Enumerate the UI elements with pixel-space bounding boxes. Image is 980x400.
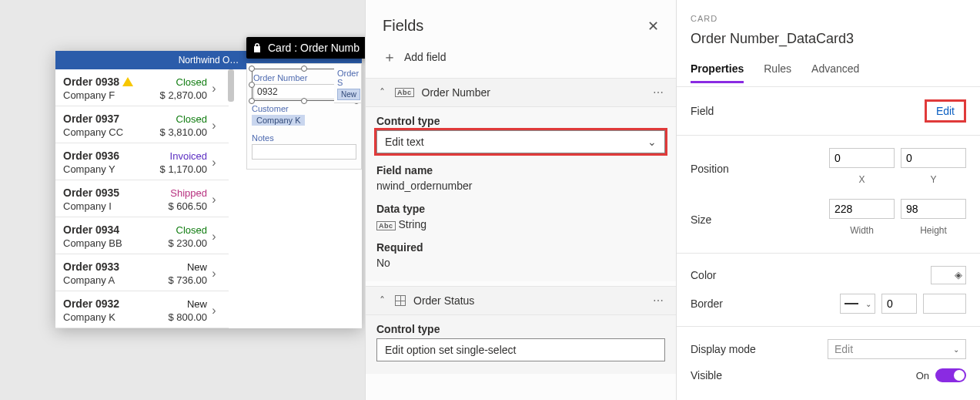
form-label-order-status: Order S [337, 69, 358, 87]
add-field-button[interactable]: ＋ Add field [366, 42, 676, 78]
visible-value: On [916, 370, 929, 382]
order-list: Order 0938Company FClosed$ 2,870.00›Orde… [55, 69, 229, 328]
control-type-select[interactable]: Edit text ⌄ [376, 130, 665, 153]
text-type-icon: Abc [395, 88, 414, 97]
breadcrumb: CARD [691, 14, 966, 23]
status-badge-new: New [337, 89, 360, 100]
chevron-right-icon: › [207, 193, 221, 207]
order-price: $ 230.00 [145, 237, 207, 249]
tab-rules[interactable]: Rules [764, 62, 791, 83]
order-price: $ 800.00 [145, 311, 207, 323]
chevron-right-icon: › [207, 304, 221, 318]
order-company: Company I [63, 200, 145, 212]
order-price: $ 736.00 [145, 274, 207, 286]
lock-icon [253, 42, 262, 53]
chevron-down-icon: ⌄ [865, 300, 871, 308]
customer-chip[interactable]: Company K [252, 115, 305, 126]
list-item[interactable]: Order 0937Company CCClosed$ 3,810.00› [55, 106, 229, 143]
chevron-right-icon: › [207, 156, 221, 170]
position-y-input[interactable] [901, 148, 966, 168]
order-status: Invoiced [145, 150, 207, 162]
field-group-order-number: ˄ Abc Order Number ⋯ Control type Edit t… [366, 78, 676, 281]
position-label: Position [691, 163, 729, 175]
visible-toggle[interactable] [935, 368, 966, 382]
field-group-head-order-number[interactable]: ˄ Abc Order Number ⋯ [366, 79, 676, 107]
close-icon[interactable]: ✕ [647, 18, 659, 35]
control-type-label: Control type [376, 323, 665, 335]
chevron-right-icon: › [207, 119, 221, 133]
border-width-input[interactable] [881, 294, 917, 314]
order-price: $ 2,870.00 [145, 89, 207, 101]
order-company: Company BB [63, 237, 145, 249]
order-status: Closed [145, 113, 207, 125]
size-height-input[interactable] [901, 199, 966, 219]
order-price: $ 1,170.00 [145, 163, 207, 175]
border-color-swatch[interactable] [923, 294, 966, 314]
chevron-up-icon: ˄ [376, 86, 387, 99]
chevron-down-icon: ⌄ [647, 136, 657, 148]
required-value: No [376, 257, 665, 269]
order-price: $ 3,810.00 [145, 126, 207, 138]
list-item[interactable]: Order 0934Company BBClosed$ 230.00› [55, 217, 229, 254]
size-width-input[interactable] [829, 199, 895, 219]
card-name: Order Number_DataCard3 [691, 31, 966, 47]
size-label: Size [691, 213, 711, 226]
list-item[interactable]: Order 0936Company YInvoiced$ 1,170.00› [55, 143, 229, 180]
order-status: Shipped [145, 187, 207, 199]
order-company: Company K [63, 311, 145, 323]
position-x-input[interactable] [829, 148, 895, 168]
add-field-label: Add field [404, 51, 446, 63]
list-item[interactable]: Order 0933Company ANew$ 736.00› [55, 254, 229, 291]
list-item[interactable]: Order 0938Company FClosed$ 2,870.00› [55, 69, 229, 106]
more-icon[interactable]: ⋯ [653, 86, 665, 99]
order-title: Order 0937 [63, 113, 145, 125]
order-title: Order 0935 [63, 187, 145, 199]
field-name-value: nwind_ordernumber [376, 180, 665, 192]
size-height-sublabel: Height [920, 225, 947, 236]
card-tooltip-text: Card : Order Numb [268, 42, 360, 54]
list-item[interactable]: Order 0932Company KNew$ 800.00› [55, 291, 229, 328]
chevron-up-icon: ˄ [376, 294, 387, 307]
field-group-head-order-status[interactable]: ˄ Order Status ⋯ [366, 287, 676, 315]
tab-properties[interactable]: Properties [691, 62, 744, 83]
field-group-order-status: ˄ Order Status ⋯ Control type Edit optio… [366, 286, 676, 374]
required-label: Required [376, 241, 665, 254]
control-type-select[interactable]: Edit option set single-select [376, 338, 665, 361]
control-type-label: Control type [376, 115, 665, 127]
control-type-value: Edit option set single-select [385, 344, 516, 356]
list-item[interactable]: Order 0935Company IShipped$ 606.50› [55, 180, 229, 217]
tab-advanced[interactable]: Advanced [811, 62, 859, 83]
form-label-customer: Customer [252, 104, 356, 113]
color-swatch[interactable]: ◈ [931, 266, 966, 284]
plus-icon: ＋ [383, 50, 396, 64]
data-type-value: String [398, 218, 426, 230]
chevron-right-icon: › [207, 267, 221, 281]
order-company: Company CC [63, 126, 145, 138]
position-x-sublabel: X [858, 174, 865, 185]
order-status: Closed [145, 76, 207, 88]
group-title: Order Number [422, 86, 490, 99]
group-title: Order Status [413, 294, 474, 307]
order-company: Company Y [63, 163, 145, 175]
order-status: New [145, 261, 207, 273]
position-y-sublabel: Y [930, 174, 936, 185]
border-style-select[interactable]: ⌄ [840, 294, 875, 314]
edit-field-button[interactable]: Edit [925, 99, 966, 123]
paint-icon: ◈ [955, 269, 962, 281]
notes-input[interactable] [252, 144, 356, 160]
order-status: Closed [145, 224, 207, 236]
order-title: Order 0938 [63, 76, 145, 88]
order-title: Order 0932 [63, 297, 145, 310]
card-tooltip: Card : Order Numb [246, 37, 369, 59]
fields-title: Fields [383, 17, 423, 35]
order-company: Company F [63, 89, 145, 101]
more-icon[interactable]: ⋯ [653, 294, 665, 307]
display-mode-label: Display mode [691, 343, 756, 355]
optionset-type-icon [395, 295, 406, 306]
scrollbar[interactable] [228, 69, 234, 102]
order-company: Company A [63, 274, 145, 286]
data-type-label: Data type [376, 203, 665, 215]
display-mode-select[interactable]: Edit ⌄ [828, 339, 966, 359]
order-status: New [145, 298, 207, 310]
chevron-down-icon: ⌄ [953, 345, 959, 354]
